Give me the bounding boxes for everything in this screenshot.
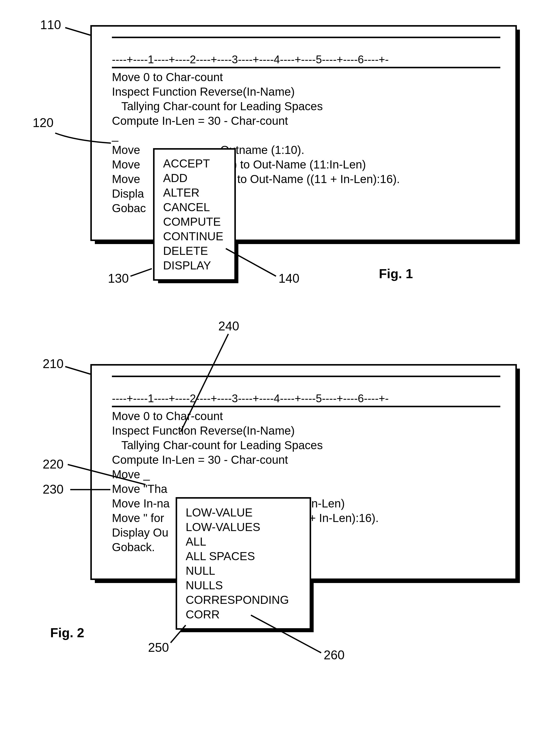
figure-label-1: Fig. 1 (379, 266, 413, 281)
popup-item[interactable]: LOW-VALUES (186, 520, 301, 534)
popup-item[interactable]: ACCEPT (163, 156, 226, 171)
code-line: Compute In-Len = 30 - Char-count (112, 113, 500, 128)
callout-210: 210 (43, 356, 63, 371)
completion-popup-fig2[interactable]: LOW-VALUE LOW-VALUES ALL ALL SPACES NULL… (176, 497, 311, 630)
callout-230: 230 (43, 482, 63, 497)
popup-item[interactable]: LOW-VALUE (186, 505, 301, 520)
code-line: Tallying Char-count for Leading Spaces (112, 99, 500, 113)
code-line: Move _ (112, 467, 500, 481)
popup-item[interactable]: ALL (186, 534, 301, 549)
code-line: Inspect Function Reverse(In-Name) (112, 423, 500, 438)
callout-220: 220 (43, 457, 63, 471)
ruler-fig1: ----+----1----+----2----+----3----+----4… (112, 53, 500, 68)
popup-item[interactable]: NULL (186, 563, 301, 578)
popup-item[interactable]: ALL SPACES (186, 549, 301, 563)
popup-item[interactable]: CONTINUE (163, 229, 226, 243)
figure-label-2: Fig. 2 (50, 625, 84, 640)
code-line: Inspect Function Reverse(In-Name) (112, 84, 500, 99)
popup-item[interactable]: ADD (163, 171, 226, 185)
callout-260: 260 (324, 648, 344, 662)
completion-popup-fig1[interactable]: ACCEPT ADD ALTER CANCEL COMPUTE CONTINUE… (153, 148, 236, 281)
callout-240: 240 (218, 319, 239, 333)
code-line: _ (112, 128, 500, 143)
callout-120: 120 (33, 115, 53, 130)
code-line: Move 0 to Char-count (112, 409, 500, 423)
popup-item[interactable]: COMPUTE (163, 214, 226, 229)
ruler-top-bar (112, 375, 500, 377)
ruler-top-bar (112, 37, 500, 38)
code-line: Move "Tha (112, 481, 500, 496)
code-line: Compute In-Len = 30 - Char-count (112, 452, 500, 467)
callout-130: 130 (108, 271, 129, 286)
popup-item[interactable]: DISPLAY (163, 258, 226, 273)
ruler-fig2: ----+----1----+----2----+----3----+----4… (112, 392, 500, 407)
popup-item[interactable]: ALTER (163, 185, 226, 200)
callout-250: 250 (148, 640, 169, 655)
callout-140: 140 (279, 271, 299, 286)
code-line: Tallying Char-count for Leading Spaces (112, 438, 500, 452)
popup-item[interactable]: DELETE (163, 243, 226, 258)
popup-item[interactable]: CORRESPONDING (186, 592, 301, 607)
popup-item[interactable]: CANCEL (163, 200, 226, 214)
popup-item[interactable]: CORR (186, 607, 301, 622)
callout-110: 110 (40, 18, 61, 32)
svg-line-4 (65, 366, 90, 374)
popup-item[interactable]: NULLS (186, 578, 301, 592)
svg-line-0 (65, 28, 90, 35)
code-line: Move 0 to Char-count (112, 70, 500, 84)
svg-line-1 (130, 268, 152, 276)
